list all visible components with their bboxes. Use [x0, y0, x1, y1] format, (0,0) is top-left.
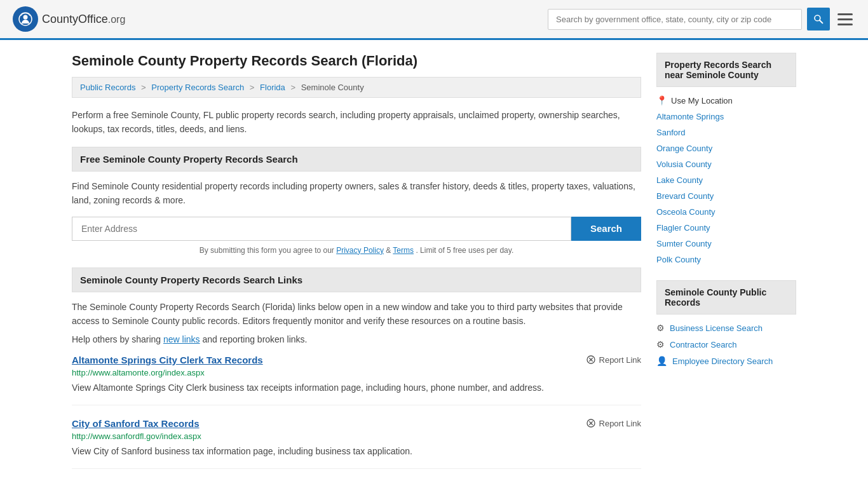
hamburger-line-3 — [837, 24, 853, 25]
public-records-link-1[interactable]: ⚙Contractor Search — [656, 336, 796, 353]
share-text: Help others by sharing new links and rep… — [72, 334, 641, 344]
links-section-header: Seminole County Property Records Search … — [72, 268, 641, 292]
svg-point-1 — [24, 15, 28, 20]
report-label-altamonte: Report Link — [599, 355, 641, 365]
logo-text: CountyOffice.org — [42, 13, 125, 26]
svg-line-3 — [820, 20, 822, 23]
report-link-btn-altamonte[interactable]: Report Link — [586, 355, 641, 365]
breadcrumb: Public Records > Property Records Search… — [72, 77, 641, 98]
nearby-link-3[interactable]: Volusia County — [656, 156, 796, 172]
link-item-altamonte: Altamonte Springs City Clerk Tax Records… — [72, 355, 641, 405]
nearby-link-6[interactable]: Osceola County — [656, 204, 796, 220]
link-title-sanford[interactable]: City of Sanford Tax Records — [72, 418, 200, 429]
nearby-link-7[interactable]: Flagler County — [656, 220, 796, 236]
link-item-header-2: City of Sanford Tax Records Report Link — [72, 418, 641, 429]
nearby-section: Property Records Search near Seminole Co… — [656, 53, 796, 268]
links-description: The Seminole County Property Records Sea… — [72, 300, 641, 329]
public-records-header: Seminole County Public Records — [656, 280, 796, 315]
site-header: CountyOffice.org — [0, 0, 868, 40]
logo-tld: .org — [108, 14, 126, 25]
free-search-description: Find Seminole County residential propert… — [72, 179, 641, 208]
logo-area: CountyOffice.org — [13, 6, 125, 32]
nearby-link-0[interactable]: Altamonte Springs — [656, 109, 796, 125]
limit-text: . Limit of 5 free uses per day. — [416, 246, 513, 255]
link-item-header-1: Altamonte Springs City Clerk Tax Records… — [72, 355, 641, 365]
privacy-policy-link[interactable]: Privacy Policy — [336, 246, 384, 255]
terms-link[interactable]: Terms — [393, 246, 414, 255]
header-search-button[interactable] — [807, 8, 830, 30]
nearby-link-2[interactable]: Orange County — [656, 140, 796, 156]
link-title-altamonte[interactable]: Altamonte Springs City Clerk Tax Records — [72, 355, 263, 365]
nearby-header: Property Records Search near Seminole Co… — [656, 53, 796, 87]
report-broken-text: and reporting broken links. — [202, 334, 307, 344]
header-search-area — [548, 8, 855, 30]
nearby-link-5[interactable]: Brevard County — [656, 188, 796, 204]
public-records-label-2: Employee Directory Search — [672, 356, 773, 366]
link-item-sanford: City of Sanford Tax Records Report Link … — [72, 418, 641, 469]
logo-brand: CountyOffice — [42, 13, 108, 25]
share-text-label: Help others by sharing — [72, 334, 161, 344]
link-desc-altamonte: View Altamonte Springs City Clerk busine… — [72, 381, 641, 395]
disclaimer-and: & — [386, 246, 393, 255]
breadcrumb-florida[interactable]: Florida — [260, 83, 285, 92]
nearby-link-8[interactable]: Sumter County — [656, 236, 796, 252]
address-input[interactable] — [72, 217, 571, 241]
link-url-sanford[interactable]: http://www.sanfordfl.gov/index.aspx — [72, 431, 641, 441]
public-records-icon-0: ⚙ — [656, 323, 665, 333]
report-icon — [586, 355, 596, 365]
public-records-icon-2: 👤 — [656, 356, 667, 366]
nearby-link-1[interactable]: Sanford — [656, 125, 796, 140]
public-records-icon-1: ⚙ — [656, 339, 665, 349]
public-records-section: Seminole County Public Records ⚙Business… — [656, 280, 796, 369]
main-container: Seminole County Property Records Search … — [59, 40, 809, 488]
page-title: Seminole County Property Records Search … — [72, 53, 641, 69]
logo-icon — [13, 6, 38, 32]
report-label-sanford: Report Link — [599, 419, 641, 428]
sidebar: Property Records Search near Seminole Co… — [656, 53, 796, 482]
hamburger-line-2 — [837, 18, 853, 20]
breadcrumb-sep-2: > — [250, 83, 255, 92]
public-records-label-0: Business License Search — [670, 323, 763, 333]
public-records-link-2[interactable]: 👤Employee Directory Search — [656, 353, 796, 369]
report-link-btn-sanford[interactable]: Report Link — [586, 418, 641, 428]
nearby-links-list: Altamonte SpringsSanfordOrange CountyVol… — [656, 109, 796, 268]
link-url-altamonte[interactable]: http://www.altamonte.org/index.aspx — [72, 368, 641, 377]
links-section: Seminole County Property Records Search … — [72, 268, 641, 470]
breadcrumb-public-records[interactable]: Public Records — [80, 83, 135, 92]
address-search-form: Search — [72, 217, 641, 241]
breadcrumb-property-records-search[interactable]: Property Records Search — [151, 83, 244, 92]
content-area: Seminole County Property Records Search … — [72, 53, 641, 482]
form-disclaimer: By submitting this form you agree to our… — [72, 246, 641, 255]
public-records-link-0[interactable]: ⚙Business License Search — [656, 320, 796, 336]
menu-button[interactable] — [835, 11, 855, 28]
location-icon: 📍 — [656, 95, 667, 105]
search-button[interactable]: Search — [571, 217, 641, 241]
public-records-label-1: Contractor Search — [670, 340, 737, 349]
breadcrumb-seminole-county: Seminole County — [301, 83, 364, 92]
hamburger-line-1 — [837, 13, 853, 15]
report-icon-2 — [586, 418, 596, 428]
breadcrumb-sep-3: > — [290, 83, 295, 92]
public-records-links-list: ⚙Business License Search⚙Contractor Sear… — [656, 320, 796, 369]
nearby-link-9[interactable]: Polk County — [656, 252, 796, 268]
new-links-link[interactable]: new links — [163, 334, 200, 344]
disclaimer-text: By submitting this form you agree to our — [200, 246, 334, 255]
use-my-location-link[interactable]: 📍 Use My Location — [656, 92, 796, 109]
link-desc-sanford: View City of Sanford business tax inform… — [72, 445, 641, 458]
breadcrumb-sep-1: > — [141, 83, 146, 92]
intro-description: Perform a free Seminole County, FL publi… — [72, 108, 641, 137]
header-search-input[interactable] — [548, 9, 802, 30]
free-search-header: Free Seminole County Property Records Se… — [72, 147, 641, 172]
free-search-section: Free Seminole County Property Records Se… — [72, 147, 641, 255]
use-location-label: Use My Location — [671, 96, 733, 105]
nearby-link-4[interactable]: Lake County — [656, 172, 796, 188]
